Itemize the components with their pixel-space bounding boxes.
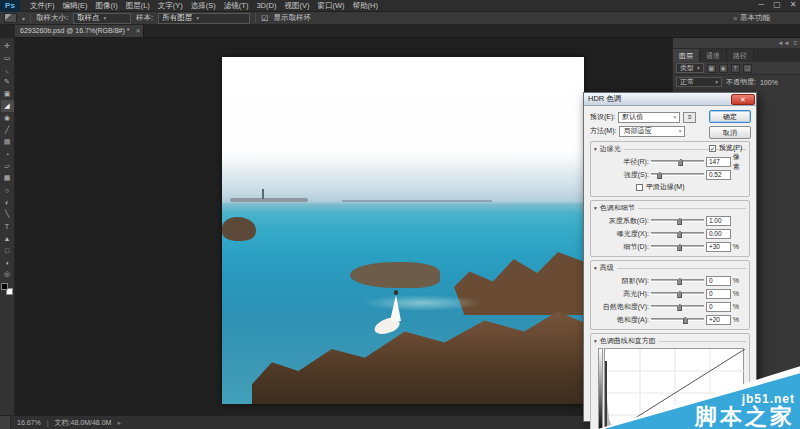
- menu-item[interactable]: 选择(S): [187, 1, 220, 11]
- hand-tool-icon[interactable]: ◖: [1, 256, 14, 268]
- sample-size-dropdown[interactable]: 取样点 ▾: [73, 13, 131, 24]
- slider-track[interactable]: [651, 279, 704, 282]
- cancel-button[interactable]: 取消: [709, 126, 751, 139]
- document-tab[interactable]: 6293260b.psd @ 16.7%(RGB/8#) * ✕: [15, 25, 144, 37]
- layer-filter-type-dropdown[interactable]: 类型 ▾: [676, 63, 704, 73]
- preset-options-icon[interactable]: ≡: [683, 112, 696, 123]
- slider-value-field[interactable]: 0: [706, 302, 731, 312]
- ok-button[interactable]: 确定: [709, 110, 751, 123]
- clone-stamp-tool-icon[interactable]: ▤: [1, 136, 14, 148]
- eyedropper-tool-icon[interactable]: ◢: [1, 100, 14, 112]
- pen-tool-icon[interactable]: ╲: [1, 208, 14, 220]
- menu-item[interactable]: 文字(Y): [154, 1, 187, 11]
- menu-item[interactable]: 文件(F): [26, 1, 59, 11]
- eyedropper-tool-icon[interactable]: [4, 13, 17, 23]
- panel-tab-图层[interactable]: 图层: [673, 49, 700, 62]
- slider-value-field[interactable]: 0.00: [706, 229, 731, 239]
- slider-thumb[interactable]: [677, 218, 682, 225]
- panel-tab-路径[interactable]: 路径: [727, 49, 754, 62]
- menu-item[interactable]: 帮助(H): [349, 1, 382, 11]
- slider-thumb[interactable]: [677, 304, 682, 311]
- blend-mode-value: 正常: [680, 77, 694, 87]
- filter-adjustment-layers-icon[interactable]: ◉: [719, 64, 728, 73]
- slider-thumb[interactable]: [683, 317, 688, 324]
- slider-thumb[interactable]: [678, 159, 683, 166]
- tab-close-icon[interactable]: ✕: [135, 27, 140, 34]
- menu-item[interactable]: 视图(V): [280, 1, 313, 11]
- color-swatches[interactable]: [1, 283, 13, 295]
- photo-canvas[interactable]: [222, 57, 584, 404]
- zoom-level-field[interactable]: 16.67%: [17, 419, 41, 426]
- slider-track[interactable]: [651, 305, 704, 308]
- section-collapse-icon[interactable]: ▾: [594, 205, 597, 211]
- shape-tool-icon[interactable]: □: [1, 244, 14, 256]
- minimize-button[interactable]: ─: [756, 0, 766, 9]
- slider-value-field[interactable]: 1.00: [706, 216, 731, 226]
- workspace-switcher[interactable]: ≡ 基本功能: [733, 13, 770, 23]
- section-collapse-icon[interactable]: ▾: [594, 265, 597, 271]
- slider-value-field[interactable]: 0: [706, 289, 731, 299]
- sample-dropdown[interactable]: 所有图层 ▾: [158, 13, 250, 24]
- slider-thumb[interactable]: [677, 231, 682, 238]
- slider-thumb[interactable]: [657, 172, 662, 179]
- close-button[interactable]: ✕: [788, 0, 798, 9]
- slider-value-field[interactable]: +20: [706, 315, 731, 325]
- collapse-panels-icon[interactable]: ◄◄: [778, 40, 790, 46]
- marquee-tool-icon[interactable]: ▭: [1, 52, 14, 64]
- foreground-color-swatch[interactable]: [1, 283, 8, 290]
- healing-brush-tool-icon[interactable]: ◉: [1, 112, 14, 124]
- menu-item[interactable]: 编辑(E): [59, 1, 92, 11]
- status-arrow-icon[interactable]: ▸: [117, 419, 121, 427]
- restore-button[interactable]: ▢: [772, 0, 782, 9]
- eraser-tool-icon[interactable]: ▱: [1, 160, 14, 172]
- menu-item[interactable]: 3D(D): [252, 1, 280, 11]
- slider-track[interactable]: [651, 245, 704, 248]
- dodge-tool-icon[interactable]: ◐: [1, 196, 14, 208]
- slider-track[interactable]: [651, 219, 704, 222]
- slider-thumb[interactable]: [677, 244, 682, 251]
- zoom-tool-icon[interactable]: ◎: [1, 268, 14, 280]
- slider-track[interactable]: [651, 232, 704, 235]
- section-collapse-icon[interactable]: ▾: [594, 146, 597, 152]
- smooth-edges-checkbox[interactable]: [636, 184, 643, 191]
- blend-mode-dropdown[interactable]: 正常 ▾: [676, 77, 722, 87]
- slider-track[interactable]: [651, 292, 704, 295]
- filter-pixel-layers-icon[interactable]: ▦: [707, 64, 716, 73]
- history-brush-tool-icon[interactable]: ◔: [1, 148, 14, 160]
- filter-type-layers-icon[interactable]: T: [731, 64, 740, 73]
- menu-item[interactable]: 窗口(W): [313, 1, 348, 11]
- preset-dropdown[interactable]: 默认值 ▾: [618, 112, 680, 123]
- method-dropdown[interactable]: 局部适应 ▾: [619, 126, 685, 137]
- dialog-title-bar[interactable]: HDR 色调 ✕: [584, 93, 756, 106]
- slider-value-field[interactable]: 0.52: [706, 170, 731, 180]
- opacity-value[interactable]: 100%: [760, 79, 778, 86]
- slider-track[interactable]: [651, 318, 704, 321]
- crop-tool-icon[interactable]: ▣: [1, 88, 14, 100]
- slider-value-field[interactable]: +30: [706, 242, 731, 252]
- gradient-tool-icon[interactable]: ▦: [1, 172, 14, 184]
- show-ring-checkbox[interactable]: ☑: [261, 14, 268, 23]
- slider-thumb[interactable]: [677, 291, 682, 298]
- slider-thumb[interactable]: [677, 278, 682, 285]
- slider-value-field[interactable]: 147: [706, 157, 731, 167]
- slider-value-field[interactable]: 0: [706, 276, 731, 286]
- type-tool-icon[interactable]: T: [1, 220, 14, 232]
- menu-item[interactable]: 图像(I): [92, 1, 122, 11]
- section-collapse-icon[interactable]: ▾: [594, 338, 597, 344]
- preview-checkbox[interactable]: ✓: [709, 145, 716, 152]
- move-tool-icon[interactable]: ✛: [1, 40, 14, 52]
- brush-tool-icon[interactable]: ╱: [1, 124, 14, 136]
- menu-item[interactable]: 图层(L): [122, 1, 154, 11]
- tool-preset-arrow-icon[interactable]: ▾: [22, 15, 25, 22]
- quick-selection-tool-icon[interactable]: ✎: [1, 76, 14, 88]
- slider-track[interactable]: [651, 173, 704, 176]
- path-selection-tool-icon[interactable]: ▲: [1, 232, 14, 244]
- filter-shape-layers-icon[interactable]: ❑: [743, 64, 752, 73]
- panel-tab-通道[interactable]: 通道: [700, 49, 727, 62]
- dialog-close-button[interactable]: ✕: [731, 94, 755, 105]
- lasso-tool-icon[interactable]: ◟: [1, 64, 14, 76]
- slider-track[interactable]: [651, 160, 704, 163]
- menu-item[interactable]: 滤镜(T): [220, 1, 253, 11]
- panel-menu-icon[interactable]: ≡: [793, 40, 797, 46]
- blur-tool-icon[interactable]: ○: [1, 184, 14, 196]
